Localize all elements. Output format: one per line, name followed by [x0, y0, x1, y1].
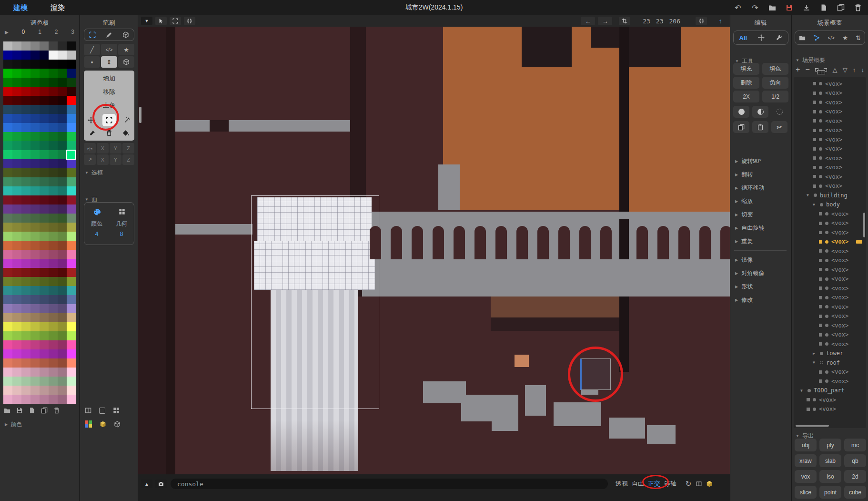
palette-swatch[interactable] — [58, 241, 67, 250]
visibility-dot-icon[interactable] — [825, 324, 828, 327]
palette-swatch[interactable] — [40, 358, 49, 368]
palette-swatch[interactable] — [3, 132, 12, 141]
palette-swatch[interactable] — [67, 223, 76, 232]
palette-swatch[interactable] — [21, 204, 30, 214]
visibility-square-icon[interactable] — [813, 129, 816, 132]
palette-swatch[interactable] — [67, 114, 76, 123]
palette-swatch[interactable] — [49, 286, 58, 295]
expand-icon[interactable]: ▶ — [5, 422, 8, 427]
palette-swatch[interactable] — [67, 395, 76, 404]
undo-button[interactable]: ↶ — [733, 2, 743, 13]
palette-swatch[interactable] — [12, 331, 21, 340]
palette-swatch[interactable] — [3, 114, 12, 123]
visibility-square-icon[interactable] — [813, 184, 816, 188]
duplicate-button[interactable] — [836, 2, 846, 13]
axis-z-toggle[interactable]: Z — [122, 154, 134, 165]
palette-swatch[interactable] — [40, 105, 49, 114]
palette-swatch[interactable] — [21, 295, 30, 304]
palette-swatch[interactable] — [40, 69, 49, 78]
palette-swatch[interactable] — [49, 377, 58, 386]
palette-swatch[interactable] — [40, 96, 49, 105]
tree-item-vox[interactable]: <vox> — [794, 79, 866, 89]
palette-swatch[interactable] — [3, 377, 12, 386]
palette-swatch[interactable] — [3, 358, 12, 368]
palette-swatch[interactable] — [67, 386, 76, 395]
palette-swatch[interactable] — [21, 186, 30, 195]
palette-swatch[interactable] — [30, 286, 40, 295]
invert-button[interactable]: 负向 — [762, 77, 788, 89]
palette-swatch[interactable] — [3, 60, 12, 69]
crop-button[interactable] — [619, 17, 630, 25]
palette-swatch[interactable] — [12, 259, 21, 268]
palette-swatch[interactable] — [21, 195, 30, 204]
palette-swatch[interactable] — [30, 358, 40, 368]
palette-swatch[interactable] — [67, 322, 76, 331]
palette-swatch[interactable] — [21, 232, 30, 241]
palette-swatch[interactable] — [40, 60, 49, 69]
palette-swatch[interactable] — [58, 78, 67, 87]
palette-swatch[interactable] — [12, 340, 21, 349]
palette-swatch[interactable] — [40, 214, 49, 223]
visibility-dot-icon[interactable] — [825, 286, 828, 290]
palette-swatch[interactable] — [12, 295, 21, 304]
palette-swatch[interactable] — [30, 87, 40, 96]
palette-open-icon[interactable] — [4, 407, 10, 414]
palette-swatch[interactable] — [3, 286, 12, 295]
fill-button[interactable]: 填充 — [733, 63, 759, 75]
palette-swatch[interactable] — [67, 168, 76, 177]
palette-swatch[interactable] — [58, 286, 67, 295]
palette-swatch[interactable] — [12, 41, 21, 51]
palette-swatch[interactable] — [40, 78, 49, 87]
palette-swatch[interactable] — [49, 331, 58, 340]
visibility-square-icon[interactable] — [819, 212, 822, 215]
palette-swatch[interactable] — [3, 277, 12, 286]
palette-swatch[interactable] — [3, 168, 12, 177]
visibility-dot-icon[interactable] — [819, 175, 822, 178]
palette-swatch[interactable] — [3, 340, 12, 349]
palette-swatch[interactable] — [58, 96, 67, 105]
palette-swatch[interactable] — [40, 51, 49, 60]
palette-swatch[interactable] — [40, 295, 49, 304]
palette-swatch[interactable] — [12, 214, 21, 223]
visibility-square-icon[interactable] — [819, 324, 822, 327]
palette-swatch[interactable] — [49, 195, 58, 204]
tree-item-vox[interactable]: <vox> — [794, 321, 866, 330]
palette-swatch[interactable] — [12, 395, 21, 404]
magic-wand-icon[interactable] — [124, 117, 131, 123]
visibility-dot-icon[interactable] — [819, 101, 822, 104]
palette-swatch[interactable] — [21, 268, 30, 277]
visibility-dot-icon[interactable] — [825, 333, 828, 337]
visibility-dot-icon[interactable] — [825, 240, 828, 244]
palette-swatch[interactable] — [30, 277, 40, 286]
palette-swatch[interactable] — [40, 340, 49, 349]
palette-swatch[interactable] — [58, 304, 67, 313]
visibility-square-icon[interactable] — [819, 249, 822, 253]
palette-swatch[interactable] — [40, 286, 49, 295]
palette-swatch[interactable] — [58, 232, 67, 241]
palette-swatch[interactable] — [3, 177, 12, 186]
select-region-icon[interactable] — [170, 17, 181, 25]
palette-swatch[interactable] — [12, 87, 21, 96]
palette-swatch[interactable] — [58, 204, 67, 214]
palette-swatch[interactable] — [49, 159, 58, 168]
palette-swatch[interactable] — [67, 78, 76, 87]
paint-fill-button[interactable]: 填色 — [762, 63, 788, 75]
palette-swatch[interactable] — [21, 250, 30, 259]
face-push-tool[interactable]: ⇕ — [101, 56, 117, 68]
palette-swatch[interactable] — [12, 132, 21, 141]
palette-swatch[interactable] — [3, 186, 12, 195]
visibility-dot-icon[interactable] — [825, 315, 828, 318]
palette-tab-0[interactable]: 0 — [22, 29, 25, 35]
palette-swatch[interactable] — [58, 331, 67, 340]
palette-swatch[interactable] — [12, 313, 21, 322]
palette-swatch[interactable] — [58, 132, 67, 141]
visibility-square-icon[interactable] — [807, 398, 810, 401]
grid-icon[interactable] — [113, 407, 120, 414]
palette-swatch[interactable] — [40, 114, 49, 123]
tree-item-body[interactable]: ▼body — [794, 200, 866, 210]
palette-swatch[interactable] — [21, 331, 30, 340]
visibility-square-icon[interactable] — [819, 370, 822, 374]
visibility-square-icon[interactable] — [813, 138, 816, 141]
plane-icon[interactable] — [99, 408, 105, 414]
palette-swatch[interactable] — [3, 250, 12, 259]
